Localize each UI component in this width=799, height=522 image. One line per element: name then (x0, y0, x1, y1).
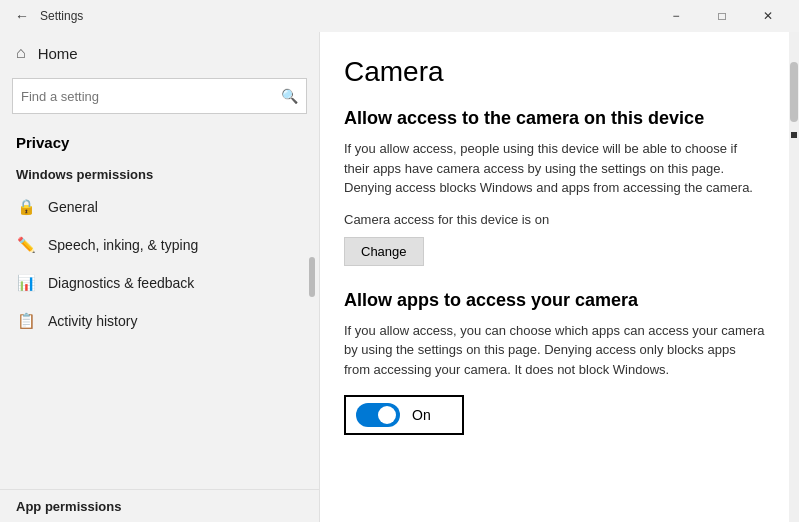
toggle-knob (378, 406, 396, 424)
lock-icon: 🔒 (16, 198, 36, 216)
content-area: Camera Allow access to the camera on thi… (320, 32, 789, 522)
scroll-indicator-dot (791, 132, 797, 138)
activity-icon: 📋 (16, 312, 36, 330)
sidebar-home-item[interactable]: ⌂ Home (0, 32, 319, 74)
section2-desc: If you allow access, you can choose whic… (344, 321, 765, 380)
close-button[interactable]: ✕ (745, 0, 791, 32)
sidebar-item-general[interactable]: 🔒 General (0, 188, 319, 226)
sidebar-item-speech[interactable]: ✏️ Speech, inking, & typing (0, 226, 319, 264)
sidebar-item-activity-label: Activity history (48, 313, 137, 329)
toggle-label: On (412, 407, 431, 423)
maximize-button[interactable]: □ (699, 0, 745, 32)
scrollbar-thumb[interactable] (790, 62, 798, 122)
sidebar-item-general-label: General (48, 199, 98, 215)
section2-heading: Allow apps to access your camera (344, 290, 765, 311)
sidebar-item-speech-label: Speech, inking, & typing (48, 237, 198, 253)
sidebar: ⌂ Home 🔍 Privacy Windows permissions 🔒 G… (0, 32, 320, 522)
section1-heading: Allow access to the camera on this devic… (344, 108, 765, 129)
home-label: Home (38, 45, 78, 62)
section1-desc: If you allow access, people using this d… (344, 139, 765, 198)
search-box[interactable]: 🔍 (12, 78, 307, 114)
titlebar: ← Settings − □ ✕ (0, 0, 799, 32)
scrollbar-track (789, 32, 799, 522)
camera-toggle-row[interactable]: On (344, 395, 464, 435)
diagnostics-icon: 📊 (16, 274, 36, 292)
speech-icon: ✏️ (16, 236, 36, 254)
camera-status-text: Camera access for this device is on (344, 212, 765, 227)
back-icon: ← (15, 8, 29, 24)
search-icon: 🔍 (281, 88, 298, 104)
change-button[interactable]: Change (344, 237, 424, 266)
back-button[interactable]: ← (8, 2, 36, 30)
app-permissions-section: App permissions (0, 489, 319, 522)
camera-toggle-switch[interactable] (356, 403, 400, 427)
sidebar-item-diagnostics-label: Diagnostics & feedback (48, 275, 194, 291)
minimize-button[interactable]: − (653, 0, 699, 32)
titlebar-title: Settings (40, 9, 653, 23)
windows-permissions-heading: Windows permissions (0, 159, 319, 188)
sidebar-item-diagnostics[interactable]: 📊 Diagnostics & feedback (0, 264, 319, 302)
sidebar-selected-label: Privacy (0, 126, 319, 159)
page-title: Camera (344, 56, 765, 88)
sidebar-item-activity[interactable]: 📋 Activity history (0, 302, 319, 340)
main-layout: ⌂ Home 🔍 Privacy Windows permissions 🔒 G… (0, 32, 799, 522)
home-icon: ⌂ (16, 44, 26, 62)
window-controls: − □ ✕ (653, 0, 791, 32)
search-input[interactable] (21, 89, 281, 104)
app-permissions-label: App permissions (16, 499, 121, 514)
sidebar-scrollbar (309, 257, 315, 297)
